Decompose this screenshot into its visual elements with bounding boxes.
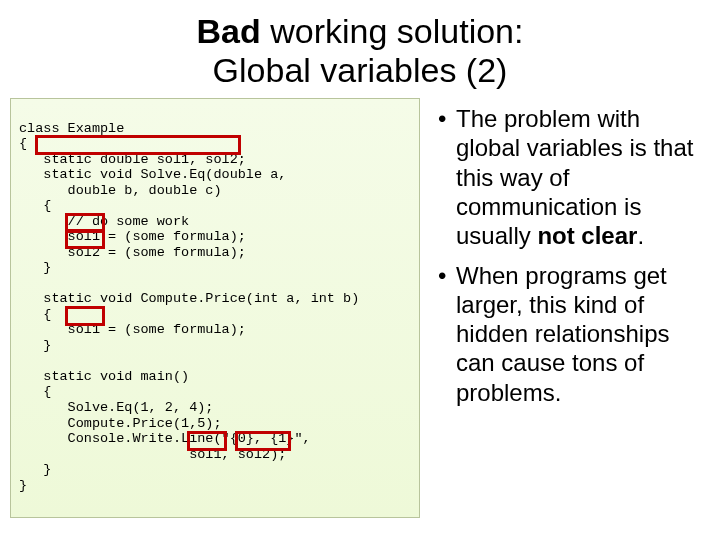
- title-line2: Global variables (2): [213, 51, 508, 89]
- bullet-item: When programs get larger, this kind of h…: [438, 261, 700, 407]
- code-line: Compute.Price(1,5);: [19, 416, 222, 431]
- code-line: Solve.Eq(1, 2, 4);: [19, 400, 213, 415]
- code-line: static void main(): [19, 369, 189, 384]
- bullet-list: The problem with global variables is tha…: [420, 98, 710, 528]
- code-line: sol1 = (some formula);: [19, 229, 246, 244]
- highlight-sol1-write: [187, 431, 227, 451]
- code-line: static void Solve.Eq(double a,: [19, 167, 286, 182]
- bullet-item: The problem with global variables is tha…: [438, 104, 700, 250]
- highlight-sol1-compute: [65, 306, 105, 326]
- code-line: static void Compute.Price(int a, int b): [19, 291, 359, 306]
- slide-title: Bad working solution: Global variables (…: [0, 12, 720, 90]
- code-line: {: [19, 384, 51, 399]
- highlight-sol2-assign: [65, 229, 105, 249]
- title-bold: Bad: [197, 12, 261, 50]
- code-line: {: [19, 136, 27, 151]
- code-line: class Example: [19, 121, 124, 136]
- code-line: }: [19, 462, 51, 477]
- code-line: sol1 = (some formula);: [19, 322, 246, 337]
- bullet-strong: not clear: [537, 222, 637, 249]
- title-rest: working solution:: [261, 12, 524, 50]
- slide: Bad working solution: Global variables (…: [0, 12, 720, 540]
- code-line: {: [19, 198, 51, 213]
- code-line: }: [19, 478, 27, 493]
- content-row: class Example { static double sol1, sol2…: [0, 98, 720, 528]
- highlight-sol2-write: [235, 431, 291, 451]
- bullet-text: When programs get larger, this kind of h…: [456, 262, 669, 406]
- code-block: class Example { static double sol1, sol2…: [10, 98, 420, 518]
- bullet-text: .: [637, 222, 644, 249]
- code-line: sol2 = (some formula);: [19, 245, 246, 260]
- code-line: }: [19, 260, 51, 275]
- highlight-declaration: [35, 135, 241, 155]
- code-line: }: [19, 338, 51, 353]
- code-line: double b, double c): [19, 183, 222, 198]
- code-line: {: [19, 307, 51, 322]
